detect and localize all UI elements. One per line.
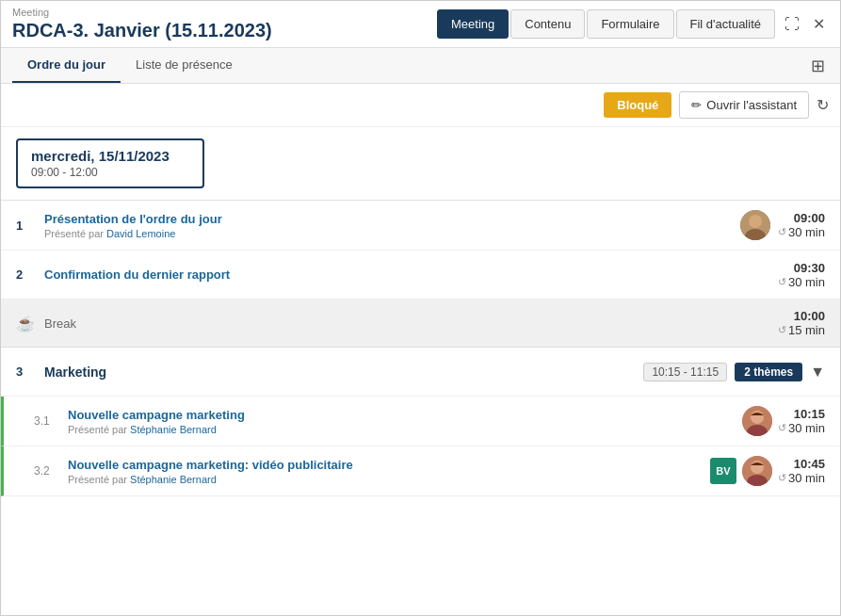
item-content-1: Présentation de l'ordre du jour Présenté… [44, 212, 740, 239]
item-time-1: 09:00 [778, 211, 825, 225]
clock-icon-3-2: ↺ [778, 472, 786, 484]
time-range-badge: 10:15 - 11:15 [643, 363, 727, 381]
avatar-3-2 [742, 456, 772, 486]
section-number-3: 3 [16, 365, 44, 379]
tab-fil[interactable]: Fil d'actualité [676, 9, 775, 39]
item-subtitle-1: Présenté par David Lemoine [44, 228, 740, 239]
time-col-1: 09:00 ↺ 30 min [778, 211, 825, 239]
sub-item-title-3-2[interactable]: Nouvelle campagne marketing: vidéo publi… [68, 458, 710, 472]
sub-item-right-3-2: BV 10:45 ↺ 30 min [710, 456, 825, 486]
sub-item-3-1: 3.1 Nouvelle campagne marketing Présenté… [1, 397, 840, 446]
section-right-3: 10:15 - 11:15 2 thèmes ▼ [643, 363, 825, 381]
tab-formulaire[interactable]: Formulaire [587, 9, 673, 39]
clock-icon-1: ↺ [778, 226, 786, 238]
section-3-header: 3 Marketing 10:15 - 11:15 2 thèmes ▼ [1, 348, 840, 397]
expand-icon[interactable]: ⛶ [781, 12, 803, 37]
refresh-button[interactable]: ↻ [817, 96, 829, 114]
break-time: 10:00 [778, 309, 825, 323]
item-content-2: Confirmation du dernier rapport [44, 267, 778, 282]
agenda-item-1: 1 Présentation de l'ordre du jour Présen… [1, 201, 840, 251]
item-title-2[interactable]: Confirmation du dernier rapport [44, 267, 778, 282]
section-title-3[interactable]: Marketing [44, 365, 643, 380]
break-duration: ↺ 15 min [778, 323, 825, 337]
item-right-2: 09:30 ↺ 30 min [778, 261, 825, 289]
toolbar: Bloqué ✏ Ouvrir l'assistant ↻ [1, 84, 840, 127]
duration-3-1: ↺ 30 min [778, 421, 825, 435]
avatar-bv-3-2: BV [710, 458, 736, 484]
sub-item-subtitle-3-2: Présenté par Stéphanie Bernard [68, 474, 710, 485]
coffee-icon: ☕ [16, 315, 35, 332]
time-3-2: 10:45 [778, 457, 825, 471]
sub-item-content-3-2: Nouvelle campagne marketing: vidéo publi… [68, 458, 710, 485]
sub-tab-liste[interactable]: Liste de présence [121, 48, 248, 83]
header-tabs: Meeting Contenu Formulaire Fil d'actuali… [437, 9, 775, 39]
agenda-item-2: 2 Confirmation du dernier rapport 09:30 … [1, 251, 840, 300]
clock-icon-break: ↺ [778, 324, 786, 336]
item-title-1[interactable]: Présentation de l'ordre du jour [44, 212, 740, 226]
themes-badge: 2 thèmes [735, 363, 802, 381]
duration-3-2: ↺ 30 min [778, 471, 825, 485]
time-3-1: 10:15 [778, 407, 825, 421]
tab-contenu[interactable]: Contenu [510, 9, 585, 39]
sub-item-subtitle-3-1: Présenté par Stéphanie Bernard [68, 424, 742, 435]
clock-icon-3-1: ↺ [778, 422, 786, 434]
close-icon[interactable]: ✕ [809, 11, 829, 37]
sub-item-3-2: 3.2 Nouvelle campagne marketing: vidéo p… [1, 446, 840, 496]
time-col-2: 09:30 ↺ 30 min [778, 261, 825, 289]
agenda-content: 1 Présentation de l'ordre du jour Présen… [1, 201, 840, 615]
sub-item-title-3-1[interactable]: Nouvelle campagne marketing [68, 408, 742, 422]
date-text: mercredi, 15/11/2023 [31, 148, 189, 164]
app-meta: Meeting [12, 7, 272, 18]
tab-meeting[interactable]: Meeting [437, 9, 509, 39]
item-right-1: 09:00 ↺ 30 min [740, 210, 825, 240]
sub-tab-ordre[interactable]: Ordre du jour [12, 48, 121, 83]
sub-item-number-3-2: 3.2 [34, 464, 68, 478]
avatar-3-1 [742, 406, 772, 436]
time-col-3-2: 10:45 ↺ 30 min [778, 457, 825, 485]
sub-item-number-3-1: 3.1 [34, 414, 68, 428]
svg-point-1 [749, 215, 762, 228]
sub-item-content-3-1: Nouvelle campagne marketing Présenté par… [68, 408, 742, 435]
clock-icon-2: ↺ [778, 276, 786, 288]
time-col-3-1: 10:15 ↺ 30 min [778, 407, 825, 435]
section-collapse-button[interactable]: ▼ [810, 364, 825, 381]
time-text: 09:00 - 12:00 [31, 166, 189, 179]
page-title: RDCA-3. Janvier (15.11.2023) [12, 20, 272, 41]
item-number-1: 1 [16, 219, 44, 233]
blocked-button[interactable]: Bloqué [604, 92, 671, 118]
break-row: ☕ Break 10:00 ↺ 15 min [1, 300, 840, 348]
duration-2: ↺ 30 min [778, 275, 825, 289]
duration-1: ↺ 30 min [778, 225, 825, 239]
break-label: Break [44, 316, 76, 331]
date-section: mercredi, 15/11/2023 09:00 - 12:00 [1, 127, 840, 200]
avatar-1 [740, 210, 770, 240]
sub-item-right-3-1: 10:15 ↺ 30 min [742, 406, 825, 436]
item-number-2: 2 [16, 267, 44, 282]
sub-tabs-bar: Ordre du jour Liste de présence ⊞ [1, 48, 840, 84]
item-time-2: 09:30 [778, 261, 825, 275]
open-assistant-button[interactable]: ✏ Ouvrir l'assistant [679, 91, 809, 119]
date-card: mercredi, 15/11/2023 09:00 - 12:00 [16, 138, 204, 188]
grid-view-icon[interactable]: ⊞ [807, 52, 829, 80]
pencil-icon: ✏ [691, 98, 702, 112]
break-time-col: 10:00 ↺ 15 min [778, 309, 825, 337]
